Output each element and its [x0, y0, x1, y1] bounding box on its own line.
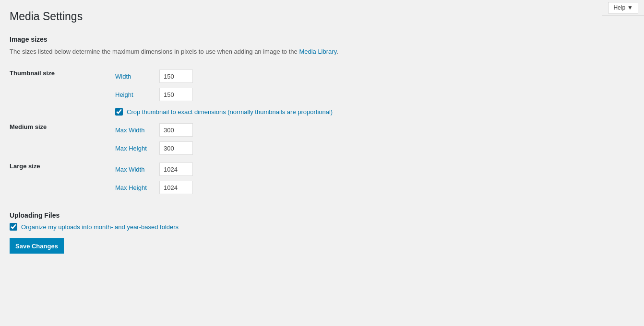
- thumbnail-height-row: Height: [115, 88, 417, 101]
- image-sizes-description: The sizes listed below determine the max…: [10, 47, 422, 57]
- top-bar: Help ▼: [602, 0, 644, 16]
- thumbnail-label: Thumbnail size: [10, 66, 115, 119]
- thumbnail-field-group: Width Height Crop thumbnail to exact dim…: [115, 70, 417, 116]
- thumbnail-row: Thumbnail size Width Height: [10, 66, 422, 119]
- description-end: .: [336, 48, 338, 55]
- thumbnail-height-input[interactable]: [159, 88, 193, 101]
- thumbnail-fields: Width Height Crop thumbnail to exact dim…: [115, 66, 422, 119]
- save-changes-button[interactable]: Save Changes: [10, 238, 64, 254]
- thumbnail-width-input[interactable]: [159, 70, 193, 83]
- medium-max-height-label: Max Height: [115, 145, 154, 152]
- crop-label[interactable]: Crop thumbnail to exact dimensions (norm…: [127, 108, 333, 116]
- media-library-link[interactable]: Media Library: [299, 48, 336, 55]
- medium-width-row: Max Width: [115, 123, 417, 137]
- large-max-height-label: Max Height: [115, 184, 154, 191]
- main-content: Media Settings Image sizes The sizes lis…: [0, 0, 432, 273]
- uploading-section: Uploading Files Organize my uploads into…: [10, 208, 422, 231]
- large-field-group: Max Width Max Height: [115, 163, 417, 194]
- thumbnail-width-label: Width: [115, 73, 154, 80]
- large-fields: Max Width Max Height: [115, 159, 422, 198]
- help-button[interactable]: Help ▼: [608, 2, 638, 13]
- large-row: Large size Max Width Max Height: [10, 159, 422, 198]
- medium-row: Medium size Max Width Max Height: [10, 119, 422, 159]
- image-sizes-section: Image sizes The sizes listed below deter…: [10, 32, 422, 198]
- medium-label: Medium size: [10, 119, 115, 159]
- large-width-row: Max Width: [115, 163, 417, 176]
- medium-height-row: Max Height: [115, 141, 417, 155]
- thumbnail-width-row: Width: [115, 70, 417, 83]
- medium-height-input[interactable]: [159, 141, 193, 155]
- large-label: Large size: [10, 159, 115, 198]
- organize-checkbox-row: Organize my uploads into month- and year…: [10, 223, 422, 231]
- crop-checkbox-row: Crop thumbnail to exact dimensions (norm…: [115, 108, 417, 116]
- uploading-title: Uploading Files: [10, 208, 422, 219]
- image-sizes-title: Image sizes: [10, 32, 422, 43]
- crop-checkbox[interactable]: [115, 108, 123, 116]
- help-arrow: ▼: [627, 4, 633, 11]
- medium-width-input[interactable]: [159, 123, 193, 137]
- thumbnail-height-label: Height: [115, 91, 154, 98]
- settings-table: Thumbnail size Width Height: [10, 66, 422, 198]
- large-height-input[interactable]: [159, 181, 193, 194]
- large-height-row: Max Height: [115, 181, 417, 194]
- medium-max-width-label: Max Width: [115, 127, 154, 134]
- medium-field-group: Max Width Max Height: [115, 123, 417, 155]
- description-text: The sizes listed below determine the max…: [10, 48, 299, 55]
- help-label: Help: [613, 4, 625, 11]
- organize-label[interactable]: Organize my uploads into month- and year…: [21, 223, 179, 231]
- medium-fields: Max Width Max Height: [115, 119, 422, 159]
- large-width-input[interactable]: [159, 163, 193, 176]
- page-title: Media Settings: [10, 10, 422, 24]
- large-max-width-label: Max Width: [115, 166, 154, 173]
- organize-checkbox[interactable]: [10, 223, 17, 231]
